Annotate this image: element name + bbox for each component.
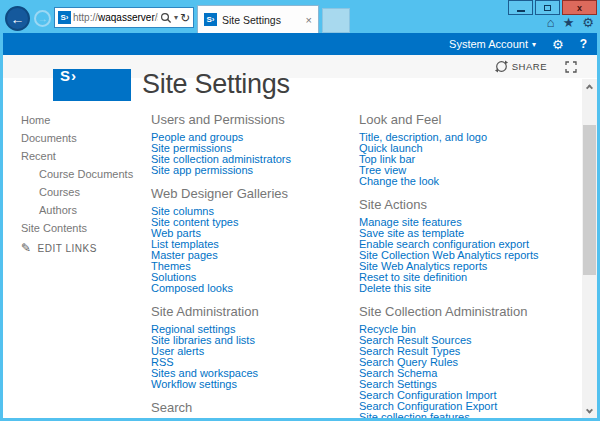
settings-group-web-designer-galleries: Web Designer GalleriesSite columnsSite c…	[151, 186, 351, 294]
browser-chrome: ← → S› http://waqasserver/sites/dem ▾ ↻ …	[0, 0, 600, 33]
minimize-button[interactable]	[508, 0, 533, 15]
chevron-down-icon: ▾	[532, 40, 536, 49]
browser-toolbar-icons: ⌂ ★ ⚙	[547, 16, 594, 29]
focus-on-content-button[interactable]	[565, 61, 577, 73]
edit-links-button[interactable]: ✎ EDIT LINKS	[21, 241, 97, 255]
scroll-up-button[interactable]	[582, 79, 597, 93]
sidebar-item-authors[interactable]: Authors	[21, 205, 139, 216]
maximize-icon	[544, 5, 551, 11]
search-icon[interactable]	[160, 12, 172, 24]
site-logo[interactable]: S›	[53, 69, 131, 101]
settings-gear-icon[interactable]: ⚙	[552, 38, 564, 51]
chevron-down-icon	[586, 406, 593, 413]
tab-close-icon[interactable]: ×	[306, 14, 312, 26]
scrollbar-thumb[interactable]	[583, 125, 596, 275]
forward-button[interactable]: →	[34, 10, 51, 27]
new-tab-button[interactable]	[322, 8, 350, 33]
back-button[interactable]: ←	[5, 6, 30, 31]
group-title: Site Actions	[359, 197, 571, 213]
vertical-scrollbar[interactable]	[582, 79, 597, 418]
focus-brackets-icon	[565, 61, 577, 73]
share-button[interactable]: SHARE	[495, 60, 547, 73]
sharepoint-logo-glyph: S›	[60, 69, 77, 84]
settings-link-workflow-settings[interactable]: Workflow settings	[151, 379, 351, 390]
settings-group-site-collection-administration: Site Collection AdministrationRecycle bi…	[359, 304, 571, 418]
account-label: System Account	[449, 38, 528, 50]
settings-link-change-the-look[interactable]: Change the look	[359, 176, 571, 187]
sidebar-item-documents[interactable]: Documents	[21, 133, 139, 144]
suite-bar: System Account▾ ⚙ ?	[3, 33, 597, 55]
sidebar-item-course-documents[interactable]: Course Documents	[21, 169, 139, 180]
settings-link-user-alerts[interactable]: User alerts	[151, 346, 351, 357]
settings-link-composed-looks[interactable]: Composed looks	[151, 283, 351, 294]
share-label: SHARE	[512, 61, 547, 72]
settings-group-site-administration: Site AdministrationRegional settingsSite…	[151, 304, 351, 390]
window-caption-buttons: x	[508, 0, 597, 15]
sharepoint-favicon-icon: S›	[58, 11, 71, 24]
chevron-up-icon	[586, 84, 593, 91]
autocomplete-dropdown-icon[interactable]: ▾	[174, 13, 178, 22]
url-host: waqasserver	[98, 12, 155, 23]
refresh-icon[interactable]: ↻	[180, 12, 190, 24]
tab-title: Site Settings	[222, 14, 301, 26]
sidebar-item-home[interactable]: Home	[21, 115, 139, 126]
maximize-button[interactable]	[535, 0, 560, 15]
url-path: /sites/dem	[155, 12, 158, 23]
settings-link-site-app-permissions[interactable]: Site app permissions	[151, 165, 351, 176]
sidebar-item-recent[interactable]: Recent	[21, 151, 139, 162]
settings-column-left: Users and PermissionsPeople and groupsSi…	[151, 112, 351, 418]
address-bar[interactable]: S› http://waqasserver/sites/dem ▾ ↻	[54, 7, 194, 28]
help-button[interactable]: ?	[580, 37, 587, 51]
group-title: Web Designer Galleries	[151, 186, 351, 202]
settings-link-delete-this-site[interactable]: Delete this site	[359, 283, 571, 294]
tools-gear-icon[interactable]: ⚙	[582, 16, 594, 29]
scroll-down-button[interactable]	[582, 404, 597, 418]
url-prefix: http://	[73, 12, 98, 23]
browser-tab[interactable]: S› Site Settings ×	[197, 5, 319, 33]
group-title: Look and Feel	[359, 112, 571, 128]
sharepoint-favicon-icon: S›	[204, 13, 217, 26]
pencil-icon: ✎	[21, 241, 32, 255]
browser-window: ← → S› http://waqasserver/sites/dem ▾ ↻ …	[0, 0, 600, 421]
account-menu[interactable]: System Account▾	[449, 38, 536, 50]
settings-column-right: Look and FeelTitle, description, and log…	[359, 112, 571, 418]
home-icon[interactable]: ⌂	[547, 16, 555, 29]
group-title: Search	[151, 400, 351, 416]
settings-group-look-and-feel: Look and FeelTitle, description, and log…	[359, 112, 571, 187]
group-title: Users and Permissions	[151, 112, 351, 128]
sidebar-item-site-contents[interactable]: Site Contents	[21, 223, 139, 234]
settings-group-site-actions: Site ActionsManage site featuresSave sit…	[359, 197, 571, 294]
minimize-icon	[517, 10, 525, 12]
sidebar-nav: HomeDocumentsRecentCourse DocumentsCours…	[21, 115, 139, 241]
settings-link-site-collection-features[interactable]: Site collection features	[359, 412, 571, 418]
page-title: Site Settings	[142, 69, 290, 100]
share-icon	[495, 60, 508, 73]
group-title: Site Administration	[151, 304, 351, 320]
url-text[interactable]: http://waqasserver/sites/dem	[73, 12, 158, 23]
favorites-star-icon[interactable]: ★	[563, 16, 575, 29]
settings-group-search: SearchResult Sources	[151, 400, 351, 418]
sidebar-item-courses[interactable]: Courses	[21, 187, 139, 198]
edit-links-label: EDIT LINKS	[38, 243, 97, 254]
close-button[interactable]: x	[562, 0, 597, 15]
group-title: Site Collection Administration	[359, 304, 571, 320]
page-content: SHARE S› Site Settings HomeDocumentsRece…	[3, 55, 597, 418]
settings-group-users-and-permissions: Users and PermissionsPeople and groupsSi…	[151, 112, 351, 176]
